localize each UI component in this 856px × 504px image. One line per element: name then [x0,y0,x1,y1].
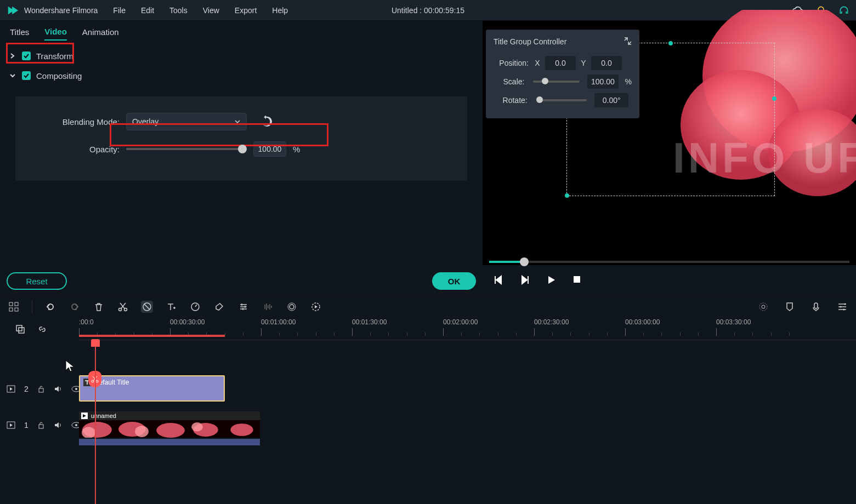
svg-point-40 [156,423,185,438]
next-frame-button[interactable] [520,275,530,285]
audio-mixer-icon[interactable] [262,301,274,313]
svg-rect-32 [39,425,43,428]
menu-tools[interactable]: Tools [169,6,188,15]
menu-edit[interactable]: Edit [141,6,154,15]
render-icon[interactable] [310,301,322,313]
adjust-icon[interactable] [237,301,250,313]
playhead-cap[interactable] [91,339,100,347]
track-mute-icon[interactable] [54,385,63,393]
track-lock-icon[interactable] [37,421,45,429]
props-footer: Reset OK [0,267,483,295]
track-1-area[interactable]: unnamed [79,411,856,439]
clip-unnamed[interactable]: unnamed [79,411,260,438]
chevron-down-icon [234,118,241,125]
tgc-x-value[interactable]: 0.0 [545,56,576,70]
opacity-label: Opacity: [37,145,120,154]
ruler-minor-tick [570,333,571,336]
split-icon[interactable] [117,301,129,313]
link-icon[interactable] [37,324,47,334]
stop-button[interactable] [572,275,581,285]
svg-point-21 [843,309,845,311]
collapse-icon[interactable] [624,37,632,46]
ruler-minor-tick [297,333,298,336]
preview-progress[interactable] [489,261,849,263]
media-grid-icon[interactable] [8,301,20,313]
record-voiceover-icon[interactable] [810,301,822,313]
transform-checkbox[interactable] [22,51,31,60]
tab-titles[interactable]: Titles [10,27,29,40]
menu-view[interactable]: View [203,6,219,15]
undo-icon[interactable] [44,301,56,313]
section-transform[interactable]: Transform [0,46,483,66]
svg-point-10 [124,308,127,311]
section-compositing[interactable]: Compositing [0,66,483,85]
ruler-minor-tick [680,333,681,336]
svg-point-16 [762,305,765,308]
marker-icon[interactable] [784,301,796,313]
redo-icon[interactable] [69,301,81,313]
tgc-rotate-value[interactable]: 0.00° [594,93,628,107]
opacity-slider[interactable] [126,148,247,150]
tgc-rotate-thumb[interactable] [536,96,543,103]
timeline-ruler[interactable]: :00:000:00:30:0000:01:00:0000:01:30:0000… [79,318,856,340]
opacity-value[interactable]: 100.00 [253,141,286,157]
compositing-body: Blending Mode: Overlay Opacity: 100.00 % [15,96,467,181]
track-2-area[interactable]: Default Title [79,375,856,403]
svg-point-20 [840,306,842,308]
prev-frame-button[interactable] [494,275,503,285]
svg-rect-4 [574,276,580,283]
ruler-minor-tick [407,333,407,336]
tgc-scale-slider[interactable] [533,81,580,83]
compositing-checkbox[interactable] [22,71,31,80]
play-button[interactable] [546,275,556,285]
chevron-down-icon [10,72,16,79]
tgc-scale-label: Scale: [494,77,524,86]
ruler-minor-tick [789,333,790,336]
delete-icon[interactable] [93,301,105,313]
speed-icon[interactable] [189,301,201,313]
blend-mode-select[interactable]: Overlay [126,113,247,130]
tgc-scale-value[interactable]: 100.00 [587,75,618,89]
ruler-tick [443,328,444,336]
tgc-scale-thumb[interactable] [542,78,548,84]
app-logo-icon [7,4,19,16]
properties-panel: Titles Video Animation Transform Composi… [0,21,483,295]
track-mute-icon[interactable] [54,421,63,429]
menu-export[interactable]: Export [235,6,257,15]
selection-handle-top[interactable] [668,41,673,45]
ruler-work-range[interactable] [79,335,225,337]
ripple-icon[interactable] [286,301,298,313]
crop-icon[interactable] [141,301,153,313]
svg-rect-6 [15,302,18,306]
ruler-label: 00:01:30:00 [352,318,387,326]
blend-mode-label: Blending Mode: [37,117,120,127]
color-tag-icon[interactable] [213,301,225,313]
track-options-icon[interactable] [836,301,848,313]
text-add-icon[interactable] [165,301,177,313]
title-group-controller[interactable]: Title Group Controller Position: X 0.0 Y… [486,30,639,118]
spotlight-icon[interactable] [757,301,769,313]
preview-canvas[interactable]: INFO UF Title Group Controller Position:… [483,21,856,265]
track-1-index: 1 [24,421,29,429]
svg-point-19 [844,303,846,305]
duplicate-icon[interactable] [15,324,25,334]
reset-button[interactable]: Reset [7,272,67,290]
menu-help[interactable]: Help [272,6,288,15]
track-lock-icon[interactable] [37,385,45,393]
ruler-label: 00:00:30:00 [170,318,205,326]
ok-button[interactable]: OK [432,272,476,290]
ruler-minor-tick [370,333,371,336]
reset-blend-icon[interactable] [260,116,272,128]
opacity-slider-thumb[interactable] [238,145,247,153]
playhead[interactable] [95,340,96,504]
tgc-y-value[interactable]: 0.0 [591,56,622,70]
tab-animation[interactable]: Animation [82,27,119,40]
selection-handle-bl[interactable] [565,193,569,198]
tab-video[interactable]: Video [44,27,67,41]
menu-file[interactable]: File [113,6,126,15]
tgc-rotate-slider[interactable] [536,99,587,101]
svg-rect-18 [814,303,818,308]
preview-progress-thumb[interactable] [520,257,529,266]
tgc-scale-row: Scale: 100.00 % [494,72,632,91]
ruler-minor-tick [734,333,735,336]
